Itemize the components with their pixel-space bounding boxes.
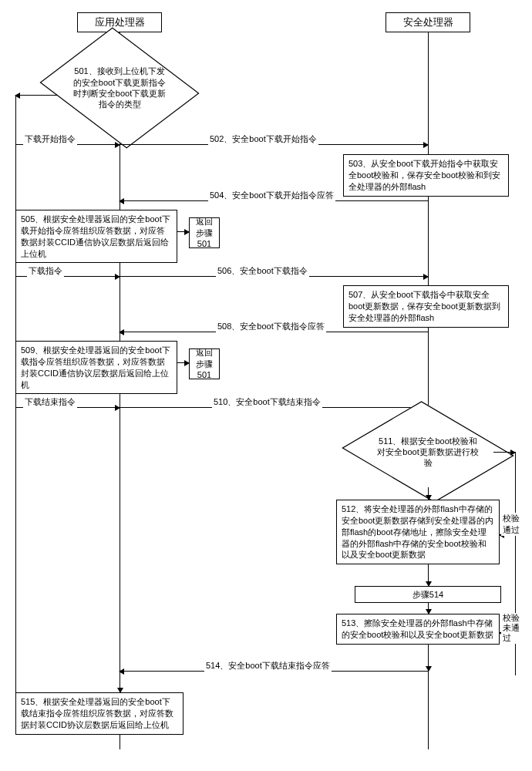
label-branch-dl: 下载指令 bbox=[27, 265, 64, 277]
box-505-text: 505、根据安全处理器返回的安全boot下载开始指令应答组织应答数据，对应答数据… bbox=[21, 214, 170, 258]
return-505: 返回步骤501 bbox=[189, 217, 220, 248]
label-branch-start: 下载开始指令 bbox=[23, 133, 77, 145]
decision-501: 501、接收到上位机下发的安全boot下载更新指令时判断安全boot下载更新指令… bbox=[58, 45, 181, 131]
arrow-509-ret bbox=[177, 362, 189, 363]
box-513-text: 513、擦除安全处理器的外部flash中存储的安全boot校验和以及安全boot… bbox=[342, 618, 493, 639]
arrow-511-down bbox=[428, 487, 429, 500]
arrow-505-ret bbox=[177, 231, 189, 232]
arrow-513-514 bbox=[428, 652, 429, 671]
box-step514-text: 步骤514 bbox=[412, 589, 443, 601]
label-506: 506、安全boot下载指令 bbox=[216, 265, 309, 277]
label-fail: 校验未通过 bbox=[501, 613, 524, 644]
return-509-text: 返回步骤501 bbox=[193, 347, 216, 382]
label-pass: 校验通过 bbox=[501, 513, 524, 536]
box-509: 509、根据安全处理器返回的安全boot下载指令应答组织应答数据，对应答数据封装… bbox=[15, 341, 177, 394]
header-app-text: 应用处理器 bbox=[95, 15, 145, 29]
box-509-text: 509、根据安全处理器返回的安全boot下载指令应答组织应答数据，对应答数据封装… bbox=[21, 345, 170, 389]
arrow-512-step514 bbox=[428, 575, 429, 586]
label-510: 510、安全boot下载结束指令 bbox=[212, 396, 322, 408]
box-507-text: 507、从安全boot下载指令中获取安全boot更新数据，保存安全boot更新数… bbox=[348, 290, 500, 322]
decision-501-text: 501、接收到上位机下发的安全boot下载更新指令时判断安全boot下载更新指令… bbox=[58, 45, 181, 131]
box-513: 513、擦除安全处理器的外部flash中存储的安全boot校验和以及安全boot… bbox=[336, 614, 500, 645]
label-504: 504、安全boot下载开始指令应答 bbox=[208, 190, 335, 201]
decision-511: 511、根据安全boot校验和对安全boot更新数据进行校验 bbox=[360, 416, 496, 487]
box-507: 507、从安全boot下载指令中获取安全boot更新数据，保存安全boot更新数… bbox=[343, 285, 509, 328]
left-guide bbox=[15, 95, 16, 704]
box-512: 512、将安全处理器的外部flash中存储的安全boot更新数据存储到安全处理器… bbox=[336, 500, 500, 564]
box-515: 515、根据安全处理器返回的安全boot下载结束指令应答组织应答数据，对应答数据… bbox=[15, 692, 184, 735]
return-505-text: 返回步骤501 bbox=[193, 216, 216, 251]
box-512-text: 512、将安全处理器的外部flash中存储的安全boot更新数据存储到安全处理器… bbox=[342, 504, 493, 559]
box-503: 503、从安全boot下载开始指令中获取安全boot校验和，保存安全boot校验… bbox=[343, 154, 509, 197]
arrow-diamond-left bbox=[15, 95, 58, 96]
arrow-511-right bbox=[493, 452, 515, 453]
box-step514: 步骤514 bbox=[355, 586, 501, 603]
header-sec-text: 安全处理器 bbox=[403, 15, 453, 29]
label-508: 508、安全boot下载指令应答 bbox=[216, 321, 326, 332]
box-505: 505、根据安全处理器返回的安全boot下载开始指令应答组织应答数据，对应答数据… bbox=[15, 210, 177, 263]
arrow-step514-513 bbox=[428, 603, 429, 614]
header-sec-processor: 安全处理器 bbox=[386, 12, 470, 32]
decision-511-text: 511、根据安全boot校验和对安全boot更新数据进行校验 bbox=[360, 416, 496, 487]
box-503-text: 503、从安全boot下载开始指令中获取安全boot校验和，保存安全boot校验… bbox=[348, 159, 500, 191]
label-502: 502、安全boot下载开始指令 bbox=[208, 133, 318, 145]
return-509: 返回步骤501 bbox=[189, 348, 220, 379]
label-branch-end: 下载结束指令 bbox=[23, 396, 77, 408]
header-app-processor: 应用处理器 bbox=[77, 12, 162, 32]
box-515-text: 515、根据安全处理器返回的安全boot下载结束指令应答组织应答数据，对应答数据… bbox=[21, 697, 173, 729]
label-514: 514、安全boot下载结束指令应答 bbox=[204, 660, 332, 672]
arrow-514-515 bbox=[120, 671, 120, 692]
